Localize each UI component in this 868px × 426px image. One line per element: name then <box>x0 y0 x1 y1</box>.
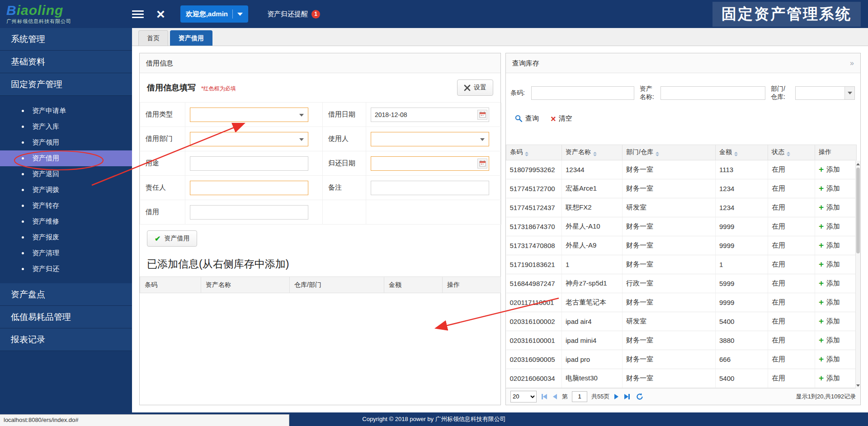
add-action-button[interactable]: +添加 <box>815 369 857 388</box>
return-date-input[interactable] <box>371 156 489 171</box>
sidebar-item-asset-scrap[interactable]: 资产报废 <box>0 229 132 245</box>
page-number-input[interactable] <box>572 391 587 402</box>
inventory-row[interactable]: 51807995326212344财务一室1113在用+添加 <box>506 160 857 179</box>
inv-header-name[interactable]: 资产名称 <box>562 145 623 160</box>
tab-home[interactable]: 首页 <box>138 30 168 46</box>
sidebar-item-label: 资产入库 <box>32 122 59 131</box>
add-action-button[interactable]: +添加 <box>815 236 857 255</box>
sidebar-item-asset-cleanup[interactable]: 资产清理 <box>0 245 132 261</box>
asset-borrow-submit-button[interactable]: ✔ 资产借用 <box>147 230 197 247</box>
inv-header-dept[interactable]: 部门/仓库 <box>623 145 716 160</box>
add-action-button[interactable]: +添加 <box>815 160 857 179</box>
sidebar-item-fixed-assets[interactable]: 固定资产管理 <box>0 73 132 96</box>
collapse-panel-icon[interactable]: » <box>850 53 854 73</box>
borrow-input[interactable] <box>190 205 308 220</box>
scroll-up-icon[interactable] <box>856 161 860 167</box>
inv-header-amount[interactable]: 金额 <box>716 145 768 160</box>
dropdown-button <box>844 87 854 99</box>
next-page-icon[interactable] <box>613 393 619 400</box>
borrow-type-dropdown[interactable] <box>190 108 308 122</box>
barcode-search-input[interactable] <box>531 86 634 100</box>
last-page-icon[interactable] <box>623 393 631 400</box>
inv-header-status[interactable]: 状态 <box>768 145 815 160</box>
prev-page-icon[interactable] <box>552 393 558 400</box>
tab-asset-borrow[interactable]: 资产借用 <box>170 30 212 46</box>
add-action-button[interactable]: +添加 <box>815 179 857 198</box>
purpose-input[interactable] <box>190 156 308 171</box>
settings-button[interactable]: 设置 <box>457 80 493 96</box>
first-page-icon[interactable] <box>541 393 548 400</box>
add-action-button[interactable]: +添加 <box>815 293 857 312</box>
add-action-button[interactable]: +添加 <box>815 198 857 217</box>
scrollbar-thumb[interactable] <box>856 168 860 253</box>
add-action-button[interactable]: +添加 <box>815 350 857 369</box>
welcome-user-button[interactable]: 欢迎您,admin <box>180 5 248 23</box>
clear-button[interactable]: × 清空 <box>551 114 572 123</box>
add-action-button[interactable]: +添加 <box>815 331 857 350</box>
sidebar-item-system[interactable]: 系统管理 <box>0 28 132 51</box>
sidebar-item-reports[interactable]: 报表记录 <box>0 328 132 351</box>
asset-name-search-input[interactable] <box>660 86 765 100</box>
bullet-icon <box>22 157 24 159</box>
borrow-cell <box>185 200 323 225</box>
search-icon <box>515 115 523 122</box>
cell-status: 在用 <box>768 198 815 217</box>
asset-return-reminder[interactable]: 资产归还提醒 1 <box>267 10 320 19</box>
remark-input[interactable] <box>371 181 489 195</box>
sort-icon <box>656 152 659 156</box>
responsible-input[interactable] <box>190 181 308 195</box>
inventory-row[interactable]: 517745172700宏基Arce1财务一室1234在用+添加 <box>506 179 857 198</box>
inventory-row[interactable]: 517317470808外星人-A9财务一室9999在用+添加 <box>506 236 857 255</box>
inventory-row[interactable]: 5171901836211财务一室1在用+添加 <box>506 255 857 274</box>
sidebar-item-inventory-check[interactable]: 资产盘点 <box>0 283 132 306</box>
menu-toggle-icon[interactable] <box>132 10 144 18</box>
inventory-row[interactable]: 020316090005ipad pro财务一室666在用+添加 <box>506 350 857 369</box>
add-action-button[interactable]: +添加 <box>815 255 857 274</box>
add-label: 添加 <box>826 203 840 211</box>
bullet-icon <box>22 126 24 128</box>
add-action-button[interactable]: +添加 <box>815 274 857 293</box>
inventory-row[interactable]: 517745172437联想FX2研发室1234在用+添加 <box>506 198 857 217</box>
close-icon[interactable]: × <box>156 7 165 21</box>
sidebar-item-asset-store[interactable]: 资产转存 <box>0 198 132 214</box>
inventory-row[interactable]: 517318674370外星人-A10财务一室9999在用+添加 <box>506 217 857 236</box>
user-dropdown[interactable] <box>371 132 489 146</box>
inventory-row[interactable]: 516844987247神舟z7-sp5d1行政一室5999在用+添加 <box>506 274 857 293</box>
cell-dept: 财务一室 <box>623 293 716 312</box>
settings-label: 设置 <box>474 84 486 92</box>
calendar-icon[interactable] <box>477 159 487 169</box>
add-label: 添加 <box>826 222 840 230</box>
query-button[interactable]: 查询 <box>515 114 539 123</box>
borrow-date-input[interactable] <box>371 108 489 122</box>
sidebar-item-asset-inbound[interactable]: 资产入库 <box>0 119 132 135</box>
sidebar-item-asset-repair[interactable]: 资产维修 <box>0 214 132 229</box>
return-date-label: 归还日期 <box>323 151 366 176</box>
sidebar-item-label: 资产领用 <box>32 138 59 147</box>
borrow-dept-label: 借用部门 <box>140 127 185 151</box>
sidebar-item-asset-receive[interactable]: 资产领用 <box>0 135 132 150</box>
inventory-row[interactable]: 020316100001ipad mini4财务一室3880在用+添加 <box>506 331 857 350</box>
sidebar-item-asset-apply[interactable]: 资产申请单 <box>0 103 132 119</box>
plus-icon: + <box>819 278 824 288</box>
sidebar-item-asset-return-back[interactable]: 资产退回 <box>0 166 132 182</box>
add-action-button[interactable]: +添加 <box>815 312 857 331</box>
dept-search-dropdown[interactable] <box>795 86 855 100</box>
sidebar-item-low-value[interactable]: 低值易耗品管理 <box>0 306 132 328</box>
sidebar-item-asset-transfer[interactable]: 资产调拨 <box>0 182 132 198</box>
sidebar-item-asset-giveback[interactable]: 资产归还 <box>0 261 132 277</box>
sidebar-item-asset-borrow[interactable]: 资产借用 <box>0 150 132 166</box>
scroll-down-icon[interactable] <box>856 382 860 389</box>
inventory-row[interactable]: 020117110001老古董笔记本财务一室9999在用+添加 <box>506 293 857 312</box>
borrow-dept-dropdown[interactable] <box>190 132 308 146</box>
inventory-row[interactable]: 020316100002ipad air4研发室5400在用+添加 <box>506 312 857 331</box>
inventory-row[interactable]: 020216060034电脑test30财务一室5400在用+添加 <box>506 369 857 388</box>
cell-barcode: 518079953262 <box>506 160 562 179</box>
cell-status: 在用 <box>768 236 815 255</box>
page-size-select[interactable]: 20 <box>510 391 537 403</box>
vertical-scrollbar[interactable] <box>855 161 860 389</box>
refresh-icon[interactable] <box>635 392 645 402</box>
calendar-icon[interactable] <box>477 110 487 120</box>
sidebar-item-basic[interactable]: 基础资料 <box>0 51 132 73</box>
inv-header-barcode[interactable]: 条码 <box>506 145 562 160</box>
add-action-button[interactable]: +添加 <box>815 217 857 236</box>
